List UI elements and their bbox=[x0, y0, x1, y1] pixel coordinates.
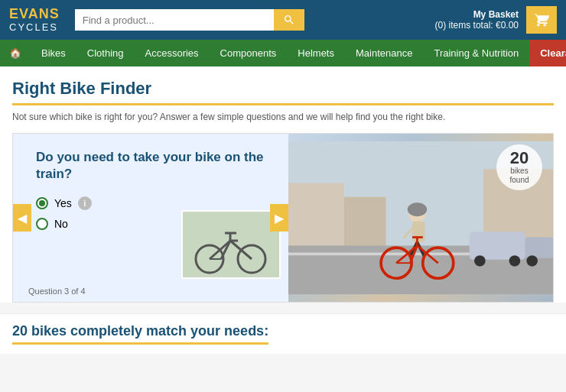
page-title: Right Bike Finder bbox=[12, 79, 554, 105]
finder-left-panel: Do you need to take your bike on the tra… bbox=[13, 134, 288, 302]
bikes-found-badge: 20 bikesfound bbox=[496, 144, 542, 190]
logo-evans: EVANS bbox=[9, 7, 60, 22]
header: EVANS CYCLES My Basket (0) items total: … bbox=[0, 0, 566, 40]
nav-item-clothing[interactable]: Clothing bbox=[76, 40, 135, 66]
bikes-found-number: 20 bbox=[510, 150, 529, 167]
svg-point-18 bbox=[474, 255, 486, 267]
basket-area: My Basket (0) items total: €0.00 bbox=[435, 6, 557, 34]
finder-question: Do you need to take your bike on the tra… bbox=[36, 149, 273, 183]
radio-yes-circle[interactable] bbox=[36, 197, 48, 209]
page-subtitle: Not sure which bike is right for you? An… bbox=[12, 112, 554, 122]
nav-item-helmets[interactable]: Helmets bbox=[287, 40, 345, 66]
basket-info: My Basket (0) items total: €0.00 bbox=[435, 9, 519, 31]
result-bar: 20 bikes completely match your needs: bbox=[0, 313, 566, 354]
nav-item-clearance[interactable]: Clearance bbox=[529, 40, 566, 66]
radio-yes-inner bbox=[39, 200, 45, 206]
nav-item-components[interactable]: Components bbox=[210, 40, 288, 66]
svg-point-34 bbox=[408, 202, 427, 216]
svg-rect-16 bbox=[470, 232, 525, 259]
radio-no-circle[interactable] bbox=[36, 218, 48, 230]
basket-title: My Basket bbox=[435, 9, 519, 20]
search-bar bbox=[75, 9, 304, 31]
info-icon-yes[interactable]: i bbox=[78, 196, 92, 210]
svg-rect-17 bbox=[525, 237, 553, 258]
main-content: Right Bike Finder Not sure which bike is… bbox=[0, 66, 566, 303]
bikes-found-label: bikesfound bbox=[509, 167, 529, 185]
search-icon bbox=[283, 14, 295, 26]
radio-no-label: No bbox=[54, 218, 68, 230]
finder-right-panel: 20 bikesfound bbox=[288, 134, 553, 302]
thumb-overlay bbox=[181, 210, 281, 279]
next-arrow[interactable]: ▶ bbox=[270, 204, 288, 232]
prev-arrow[interactable]: ◀ bbox=[13, 204, 31, 232]
nav-item-training[interactable]: Training & Nutrition bbox=[423, 40, 529, 66]
nav-item-accessories[interactable]: Accessories bbox=[135, 40, 210, 66]
question-number: Question 3 of 4 bbox=[28, 287, 86, 296]
svg-rect-0 bbox=[183, 212, 281, 279]
finder-widget: ◀ Do you need to take your bike on the t… bbox=[12, 133, 554, 303]
basket-items: (0) items total: €0.00 bbox=[435, 20, 519, 31]
finder-image: 20 bikesfound bbox=[288, 134, 553, 302]
radio-yes-label: Yes bbox=[54, 197, 72, 209]
nav-item-bikes[interactable]: Bikes bbox=[31, 40, 76, 66]
result-title: 20 bikes completely match your needs: bbox=[12, 323, 268, 345]
search-button[interactable] bbox=[274, 9, 304, 31]
main-nav: 🏠 Bikes Clothing Accessories Components … bbox=[0, 40, 566, 66]
cart-icon bbox=[534, 12, 549, 28]
svg-point-20 bbox=[526, 255, 538, 267]
radio-option-yes[interactable]: Yes i bbox=[36, 196, 273, 210]
nav-item-maintenance[interactable]: Maintenance bbox=[345, 40, 423, 66]
thumb-image bbox=[183, 212, 281, 279]
basket-button[interactable] bbox=[526, 6, 557, 34]
sidebar-item-home[interactable]: 🏠 bbox=[0, 40, 31, 66]
svg-point-19 bbox=[509, 255, 521, 267]
logo-cycles: CYCLES bbox=[9, 22, 60, 33]
logo: EVANS CYCLES bbox=[9, 7, 60, 33]
search-input[interactable] bbox=[75, 9, 274, 31]
